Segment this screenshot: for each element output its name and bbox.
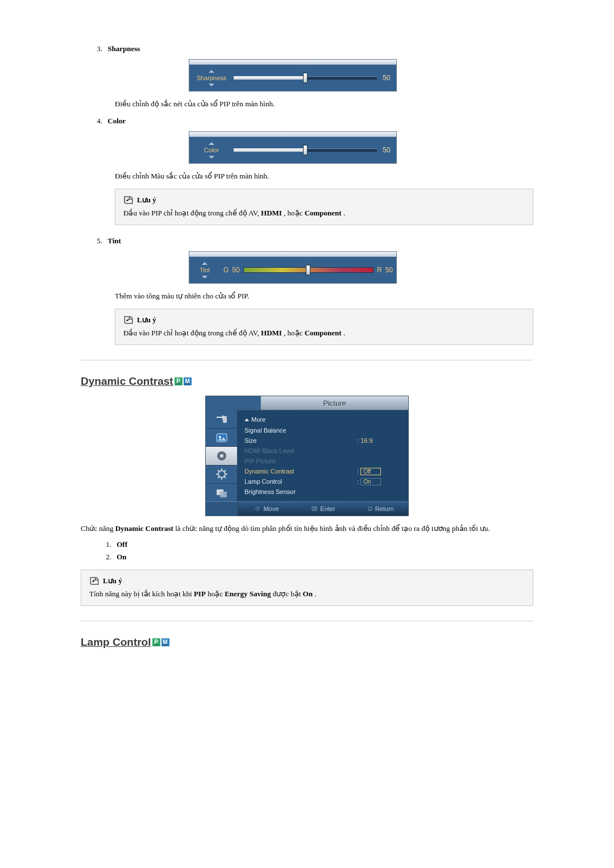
slider-body: Sharpness 50	[189, 65, 396, 91]
dc-options: 1. Off 2. On	[81, 540, 533, 562]
slider-track-wrap	[234, 76, 377, 80]
osd-more[interactable]: More	[244, 416, 403, 423]
slider-fill	[234, 148, 305, 152]
note-text-part: , hoặc	[284, 209, 305, 217]
slider-track[interactable]	[234, 76, 377, 80]
badge-m-icon: M	[184, 377, 192, 385]
sharpness-slider-panel: Sharpness 50	[189, 59, 397, 92]
note-text-part: .	[314, 589, 316, 598]
note-title: Lưu ý	[137, 315, 156, 325]
note-header: Lưu ý	[89, 576, 525, 586]
note-pip-2: Lưu ý Đầu vào PIP chỉ hoạt động trong ch…	[115, 309, 533, 345]
arrow-up-icon	[244, 418, 249, 421]
osd-row-dynamic-contrast[interactable]: Dynamic Contrast : Off	[244, 466, 403, 476]
note-pip-1: Lưu ý Đầu vào PIP chỉ hoạt động trong ch…	[115, 189, 533, 225]
section-title-text: Dynamic Contrast	[81, 375, 173, 388]
osd-row-size[interactable]: Size : 16:9	[244, 435, 403, 446]
slider-label-group[interactable]: Sharpness	[189, 70, 234, 86]
note-text-part: Đầu vào PIP chỉ hoạt động trong chế độ A…	[123, 209, 261, 217]
badge-p-icon: P	[175, 377, 182, 385]
osd-picture-icon[interactable]	[206, 429, 237, 447]
arrow-up-icon	[202, 262, 208, 265]
osd-value: : 16:9	[357, 437, 403, 444]
osd-label: HDMI Black Level	[244, 447, 357, 454]
osd-label: Dynamic Contrast	[244, 468, 357, 475]
osd-row-lamp-control[interactable]: Lamp Control : On	[244, 476, 403, 487]
slider-topbar	[189, 252, 396, 257]
note-dc: Lưu ý Tính năng này bị tắt kích hoạt khi…	[81, 570, 533, 606]
slider-track-wrap	[243, 267, 374, 273]
section-lamp-control: Lamp Control P M	[81, 636, 533, 649]
divider	[81, 621, 533, 621]
slider-label: Tint	[200, 267, 210, 273]
color-desc: Điều chỉnh Màu sắc của cửa sổ PIP trên m…	[115, 172, 533, 181]
arrow-up-icon	[209, 142, 214, 145]
note-title: Lưu ý	[103, 576, 122, 585]
slider-label-group[interactable]: Tint	[189, 262, 220, 279]
osd-row-pip-picture: PIP Picture	[244, 456, 403, 466]
note-text: Tính năng này bị tắt kích hoạt khi PIP h…	[89, 589, 525, 599]
osd-value: : On	[357, 478, 403, 485]
osd-value-box: Off	[360, 468, 381, 475]
dc-option-off-label: Off	[117, 540, 127, 549]
osd-body: More Signal Balance Size : 16:9 HDMI Bla…	[205, 410, 409, 501]
osd-setup-icon[interactable]	[206, 466, 237, 484]
num-4: 4.	[92, 117, 102, 126]
osd-picture-menu: Picture	[205, 396, 409, 516]
osd-header: Picture	[205, 396, 409, 410]
num-5: 5.	[92, 236, 102, 246]
sharpness-desc: Điều chỉnh độ sắc nét của cửa sổ PIP trê…	[115, 99, 533, 109]
osd-label: Brightness Sensor	[244, 488, 357, 495]
tint-g-label: G	[223, 266, 229, 274]
dc-desc-bold: Dynamic Contrast	[115, 524, 173, 533]
slider-knob[interactable]	[306, 265, 310, 275]
document-page: 3. Sharpness Sharpness	[0, 0, 614, 868]
note-text-bold: On	[303, 589, 313, 598]
slider-knob[interactable]	[303, 145, 308, 155]
slider-label: Sharpness	[197, 75, 227, 81]
osd-value-text: 16:9	[360, 437, 372, 444]
slider-track[interactable]	[234, 148, 377, 152]
osd-content: More Signal Balance Size : 16:9 HDMI Bla…	[238, 410, 408, 501]
osd-footer-return-label: Return	[375, 505, 394, 512]
note-icon	[123, 195, 134, 205]
svg-rect-7	[220, 492, 227, 497]
heading-sharpness-text: Sharpness	[107, 44, 140, 53]
note-text-bold: HDMI	[261, 329, 282, 337]
note-text: Đầu vào PIP chỉ hoạt động trong chế độ A…	[123, 209, 525, 218]
note-text-part: .	[343, 329, 345, 337]
section-dynamic-contrast: Dynamic Contrast P M	[81, 375, 533, 388]
note-title: Lưu ý	[137, 196, 156, 205]
slider-label-group[interactable]: Color	[189, 142, 234, 159]
slider-knob[interactable]	[303, 73, 308, 83]
note-header: Lưu ý	[123, 315, 525, 325]
heading-color: 4. Color	[92, 117, 533, 126]
tint-slider-track[interactable]	[243, 267, 374, 273]
dynamic-contrast-desc: Chức năng Dynamic Contrast là chức năng …	[81, 524, 533, 533]
dc-option-off: 1. Off	[101, 540, 533, 549]
osd-footer: Move Enter Return	[205, 501, 409, 516]
osd-footer-enter: Enter	[295, 505, 352, 512]
osd-label: Lamp Control	[244, 478, 357, 485]
osd-sound-icon[interactable]	[206, 447, 237, 465]
osd-multi-icon[interactable]	[206, 484, 237, 501]
osd-input-icon[interactable]	[206, 410, 237, 429]
osd-row-brightness-sensor[interactable]: Brightness Sensor	[244, 487, 403, 497]
dc-desc-part: Chức năng	[81, 524, 115, 533]
note-text-bold: PIP	[194, 589, 206, 598]
slider-topbar	[189, 132, 396, 137]
enter-icon	[311, 505, 318, 512]
dc-option-on: 2. On	[101, 553, 533, 562]
tint-desc: Thêm vào tông màu tự nhiên cho cửa sổ PI…	[115, 292, 533, 301]
slider-value: 50	[377, 74, 396, 82]
osd-sidebar	[206, 410, 238, 501]
tint-g-value: 50	[232, 266, 239, 274]
note-icon	[123, 315, 134, 325]
osd-row-signal-balance[interactable]: Signal Balance	[244, 425, 403, 435]
item-tint: 5. Tint Tint G 50	[92, 236, 533, 345]
osd-footer-enter-label: Enter	[320, 505, 335, 512]
num-2: 2.	[101, 553, 111, 562]
note-text-part: Đầu vào PIP chỉ hoạt động trong chế độ A…	[123, 329, 261, 337]
move-icon	[254, 505, 261, 512]
num-1: 1.	[101, 540, 111, 549]
